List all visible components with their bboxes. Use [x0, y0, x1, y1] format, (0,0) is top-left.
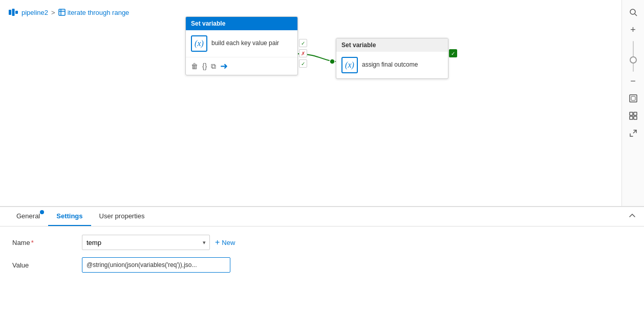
name-select-wrapper: temp ▾ [82, 235, 210, 250]
name-select[interactable]: temp [82, 235, 210, 250]
svg-rect-1 [12, 9, 15, 16]
node2-label: assign final outcome [362, 61, 418, 69]
svg-rect-9 [630, 95, 637, 102]
name-label: Name* [12, 239, 74, 246]
form-row-name: Name* temp ▾ + New [12, 235, 632, 250]
node1-status-check: ✓ [299, 39, 307, 47]
panel-content: Name* temp ▾ + New Value [0, 226, 644, 309]
svg-rect-14 [634, 116, 637, 119]
node1-label: build each key value pair [211, 39, 279, 48]
form-row-value: Value [12, 257, 632, 273]
right-toolbar: + − [621, 0, 644, 206]
node1-body: (x) build each key value pair [186, 30, 297, 57]
svg-rect-3 [59, 9, 65, 15]
node1-json-icon[interactable]: {} [202, 62, 207, 70]
tab-settings[interactable]: Settings [48, 207, 91, 226]
value-label: Value [12, 261, 74, 269]
svg-rect-13 [630, 116, 633, 119]
value-control-wrapper [82, 257, 230, 273]
svg-point-6 [330, 59, 335, 64]
fit-screen-button[interactable] [625, 90, 641, 107]
value-input[interactable] [82, 257, 230, 273]
tab-user-properties[interactable]: User properties [91, 207, 153, 226]
svg-rect-10 [631, 96, 635, 100]
node1-status-x: ✗ [299, 49, 307, 57]
node2-status-check: ✓ [449, 49, 457, 57]
tabs-left: General Settings User properties [8, 207, 153, 226]
zoom-in-button[interactable]: + [625, 22, 641, 38]
svg-rect-12 [634, 112, 637, 115]
node1-header: Set variable [186, 17, 297, 30]
breadcrumb-iterate: iterate through range [58, 9, 130, 16]
node-set-variable-assign[interactable]: Set variable (x) assign final outcome [336, 38, 448, 79]
search-button[interactable] [625, 4, 641, 20]
tabs-row: General Settings User properties [0, 207, 644, 226]
general-badge [40, 210, 44, 214]
node2-header: Set variable [336, 38, 448, 52]
grid-layout-button[interactable] [625, 108, 641, 124]
pipeline-icon [8, 8, 18, 16]
zoom-out-button[interactable]: − [625, 73, 641, 89]
new-plus-icon: + [215, 238, 220, 247]
new-button[interactable]: + New [215, 238, 235, 247]
breadcrumb-current: iterate through range [68, 9, 130, 16]
bottom-panel: General Settings User properties Name* [0, 207, 644, 309]
connections-svg [0, 0, 644, 206]
tab-general[interactable]: General [8, 207, 48, 226]
collapse-button[interactable] [629, 212, 636, 221]
node1-footer: 🗑 {} ⧉ ➜ [186, 57, 297, 75]
name-control-wrapper: temp ▾ + New [82, 235, 235, 250]
svg-rect-11 [630, 112, 633, 115]
node-set-variable-build[interactable]: Set variable (x) build each key value pa… [185, 16, 298, 75]
node1-status-down: ✓ [299, 59, 307, 68]
svg-rect-0 [9, 10, 11, 15]
svg-line-8 [635, 14, 637, 16]
breadcrumb-pipeline[interactable]: pipeline2 [22, 9, 48, 16]
node2-body: (x) assign final outcome [336, 52, 448, 78]
zoom-slider[interactable] [633, 41, 634, 72]
node1-icon: (x) [191, 35, 207, 52]
svg-point-7 [630, 9, 635, 14]
canvas-area: pipeline2 > iterate through range Set va… [0, 0, 644, 207]
node1-delete-icon[interactable]: 🗑 [191, 62, 198, 70]
svg-rect-2 [15, 11, 18, 14]
expand-button[interactable] [625, 125, 641, 141]
breadcrumb: pipeline2 > iterate through range [8, 8, 129, 16]
node1-arrow-icon[interactable]: ➜ [220, 60, 228, 72]
node2-icon: (x) [341, 57, 358, 73]
breadcrumb-separator: > [51, 9, 55, 16]
node1-copy-icon[interactable]: ⧉ [211, 62, 216, 71]
